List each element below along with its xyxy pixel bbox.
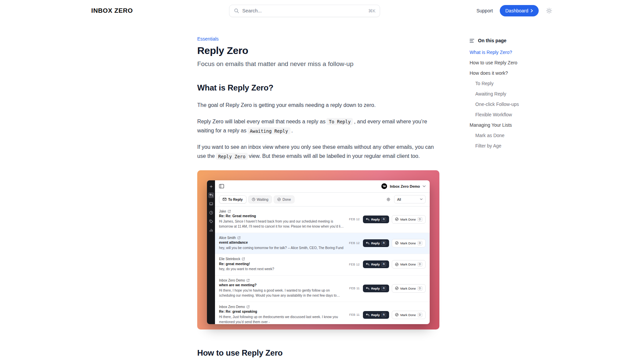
toc-item-what-is-reply-zero[interactable]: What is Reply Zero? xyxy=(470,50,547,55)
toc-item-how-does-it-work[interactable]: How does it work? xyxy=(470,70,547,76)
email-sender: Elie Steinbock xyxy=(219,257,240,261)
toc-item-managing-your-lists[interactable]: Managing Your Lists xyxy=(470,122,547,128)
toc-item-filter-by-age[interactable]: Filter by Age xyxy=(470,143,547,148)
breadcrumb[interactable]: Essentials xyxy=(197,36,439,42)
support-link[interactable]: Support xyxy=(476,8,493,13)
external-link-icon xyxy=(247,305,250,308)
demo-tab-done: Done xyxy=(274,195,294,203)
paragraph-2: Reply Zero will label every email that n… xyxy=(197,117,439,135)
section-heading-what-is-reply-zero: What is Reply Zero? xyxy=(197,83,439,93)
done-kbd: D xyxy=(418,262,422,266)
paragraph-2-text: . xyxy=(291,128,293,133)
email-snippet: Hi there, Just following up on thedocume… xyxy=(219,314,344,324)
reply-button-label: Reply xyxy=(371,287,380,290)
reply-button-label: Reply xyxy=(371,262,380,266)
email-content: Inbox Zero Demo Re: Re: great speaking H… xyxy=(219,305,346,324)
done-kbd: D xyxy=(418,241,422,245)
toc-item-to-reply[interactable]: To Reply xyxy=(470,81,547,86)
email-content: Inbox Zero Demo when are we meeting? Hi … xyxy=(219,279,346,298)
reply-button: ReplyR xyxy=(363,311,389,319)
paragraph-1: The goal of Reply Zero is getting your e… xyxy=(197,101,439,110)
reply-kbd: R xyxy=(381,241,386,245)
email-date: FEB 11 xyxy=(349,313,360,316)
mark-done-button-label: Mark Done xyxy=(400,262,416,266)
email-snippet: hey, will you be coming tomorrow for the… xyxy=(219,245,344,251)
demo-account-menu: Inbox Zero Demo xyxy=(381,183,426,189)
demo-tab-waiting: Waiting xyxy=(248,195,272,203)
paragraph-2-text: Reply Zero will label every email that n… xyxy=(197,119,325,124)
email-date: FEB 11 xyxy=(349,287,360,290)
demo-topbar: Inbox Zero Demo xyxy=(215,180,430,193)
mark-done-button: Mark DoneD xyxy=(392,239,426,247)
done-kbd: D xyxy=(418,286,422,291)
chevron-right-icon xyxy=(531,9,533,12)
reply-kbd: R xyxy=(381,217,386,222)
email-subject: Re: Re: great speaking xyxy=(219,309,344,313)
toc-item-flexible-workflow[interactable]: Flexible Workflow xyxy=(470,112,547,117)
search-placeholder: Search... xyxy=(242,8,365,13)
mark-done-button-label: Mark Done xyxy=(400,218,416,221)
external-link-icon xyxy=(237,236,240,239)
email-snippet: hey, do you want to meet next week? xyxy=(219,266,344,272)
search-input[interactable]: Search... ⌘K xyxy=(229,5,380,17)
top-navigation: INBOX ZERO Search... ⌘K Support Dashboar… xyxy=(0,0,644,21)
email-actions: FEB 11 ReplyR Mark DoneD xyxy=(349,284,426,293)
email-sender: Alice Smith xyxy=(219,236,236,240)
demo-tab-label: Done xyxy=(282,197,291,201)
inline-code-to-reply: To Reply xyxy=(326,118,353,125)
reply-kbd: R xyxy=(381,262,386,266)
inbox-zero-logo[interactable]: INBOX ZERO xyxy=(91,7,133,14)
external-link-icon xyxy=(247,279,250,282)
dashboard-button[interactable]: Dashboard xyxy=(500,5,539,16)
check-circle-icon xyxy=(395,263,398,266)
check-circle-icon xyxy=(395,313,398,316)
email-date: FEB 12 xyxy=(349,263,360,266)
mark-done-button: Mark DoneD xyxy=(392,284,426,293)
toc-title: On this page xyxy=(478,38,506,43)
inline-code-reply-zero: Reply Zero xyxy=(216,153,248,160)
mark-done-button: Mark DoneD xyxy=(392,311,426,319)
clock-icon xyxy=(208,210,214,216)
envelope-icon xyxy=(223,198,226,201)
demo-tab-label: To Reply xyxy=(228,197,243,201)
avatar xyxy=(381,183,387,189)
email-sender: Inbox Zero Demo xyxy=(219,305,245,309)
email-subject: when are we meeting? xyxy=(219,283,344,287)
demo-email-row: Elie Steinbock Re: great meeting! hey, d… xyxy=(215,254,430,276)
email-actions: FEB 12 ReplyR Mark DoneD xyxy=(349,215,426,224)
external-link-icon xyxy=(228,210,231,213)
search-shortcut: ⌘K xyxy=(368,8,376,13)
demo-tab-label: Waiting xyxy=(257,197,269,201)
reply-kbd: R xyxy=(381,313,386,317)
theme-toggle-button[interactable] xyxy=(545,7,553,14)
toc-item-how-to-use-reply-zero[interactable]: How to use Reply Zero xyxy=(470,60,547,65)
check-circle-icon xyxy=(395,287,398,290)
email-actions: FEB 12 ReplyR Mark DoneD xyxy=(349,239,426,247)
email-date: FEB 12 xyxy=(349,241,360,245)
reply-kbd: R xyxy=(381,286,386,291)
bar-chart-icon xyxy=(208,227,214,233)
align-left-icon xyxy=(470,39,475,43)
demo-tab-bar-right: All xyxy=(386,195,426,203)
external-link-icon xyxy=(242,257,245,260)
email-date: FEB 12 xyxy=(349,218,360,221)
panel-toggle-icon xyxy=(219,184,224,188)
toc-item-one-click-follow-ups[interactable]: One-click Follow-ups xyxy=(470,102,547,107)
email-snippet: Hi there, I hope you’re having a good we… xyxy=(219,288,344,298)
inline-code-awaiting-reply: Awaiting Reply xyxy=(248,127,290,134)
search-icon xyxy=(234,8,239,13)
header-nav: Support Dashboard xyxy=(476,5,553,16)
toc-item-mark-as-done[interactable]: Mark as Done xyxy=(470,133,547,138)
demo-email-row: Alice Smith event attendance hey, will y… xyxy=(215,233,430,254)
mark-done-button-label: Mark Done xyxy=(400,313,416,317)
chevron-down-icon xyxy=(420,198,423,200)
reply-button: ReplyR xyxy=(363,216,389,223)
paragraph-3-text: view. But these emails will all be label… xyxy=(249,153,420,159)
toc-item-awaiting-reply[interactable]: Awaiting Reply xyxy=(470,91,547,97)
mark-done-button: Mark DoneD xyxy=(392,215,426,224)
check-circle-icon xyxy=(395,218,398,221)
dashboard-button-label: Dashboard xyxy=(505,8,529,13)
done-kbd: D xyxy=(418,313,422,317)
reply-button-label: Reply xyxy=(371,313,380,317)
email-actions: FEB 11 ReplyR Mark DoneD xyxy=(349,311,426,319)
